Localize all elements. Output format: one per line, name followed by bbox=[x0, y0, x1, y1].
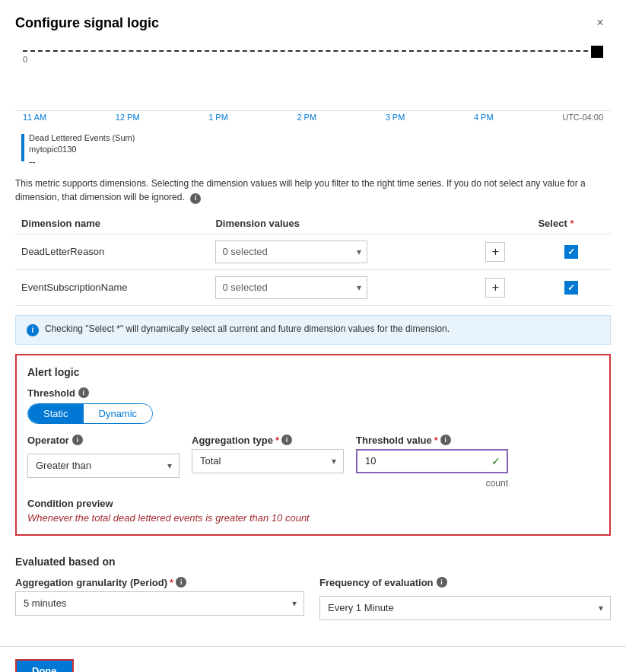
dialog-title: Configure signal logic bbox=[15, 15, 159, 31]
period-select-wrap: 5 minutes 1 minute 15 minutes 30 minutes… bbox=[15, 591, 304, 616]
frequency-field: Frequency of evaluation i Every 1 Minute… bbox=[319, 577, 611, 620]
period-field: Aggregation granularity (Period) * i 5 m… bbox=[15, 577, 304, 620]
toggle-dynamic[interactable]: Dynamic bbox=[84, 404, 153, 423]
frequency-select[interactable]: Every 1 Minute Every 5 Minutes Every 15 … bbox=[319, 596, 611, 620]
add-dim-value-eventsub[interactable]: + bbox=[485, 278, 505, 298]
operator-field: Operator i Greater than Less than Greate… bbox=[27, 435, 180, 478]
chart-area: 0 11 AM 12 PM 1 PM 2 PM 3 PM 4 PM UTC-04… bbox=[0, 43, 626, 122]
threshold-value-field: Threshold value * i ✓ count bbox=[356, 435, 508, 489]
dim-checkbox-deadletter[interactable] bbox=[564, 245, 578, 259]
dim-plus-deadletter: + bbox=[479, 234, 532, 269]
period-label: Aggregation granularity (Period) * i bbox=[15, 577, 304, 588]
operator-info-icon: i bbox=[72, 435, 83, 445]
info-icon-inline: i bbox=[190, 193, 201, 204]
configure-signal-logic-dialog: Configure signal logic × 0 11 AM 12 PM 1… bbox=[0, 0, 626, 672]
operator-select-wrap: Greater than Less than Greater than or e… bbox=[27, 454, 180, 478]
dashed-threshold-line bbox=[23, 50, 603, 52]
legend-entry: Dead Lettered Events (Sum) mytopic0130 -… bbox=[21, 132, 611, 167]
dim-name-eventsub: EventSubscriptionName bbox=[15, 269, 209, 305]
legend-value: -- bbox=[29, 156, 135, 167]
time-12pm: 12 PM bbox=[116, 113, 140, 122]
period-select[interactable]: 5 minutes 1 minute 15 minutes 30 minutes… bbox=[15, 591, 304, 616]
alert-logic-title: Alert logic bbox=[27, 366, 599, 378]
evaluated-section: Evaluated based on Aggregation granulari… bbox=[0, 545, 626, 631]
chart-zero-label: 0 bbox=[23, 55, 27, 64]
evaluated-form-row: Aggregation granularity (Period) * i 5 m… bbox=[15, 577, 611, 620]
chart-marker bbox=[591, 46, 603, 58]
dim-values-eventsub: 0 selected bbox=[209, 269, 479, 305]
operator-select[interactable]: Greater than Less than Greater than or e… bbox=[27, 454, 180, 478]
threshold-input-wrap: ✓ bbox=[356, 449, 508, 473]
threshold-toggle-group: Static Dynamic bbox=[27, 403, 153, 424]
condition-preview-text: Whenever the total dead lettered events … bbox=[27, 512, 599, 524]
alert-logic-section: Alert logic Threshold i Static Dynamic O… bbox=[15, 354, 611, 536]
legend-color-bar bbox=[21, 134, 24, 161]
threshold-value-info-icon: i bbox=[440, 435, 451, 445]
info-box-text: Checking "Select *" will dynamically sel… bbox=[45, 323, 450, 334]
dim-checkbox-eventsub[interactable] bbox=[564, 281, 578, 295]
legend-subtitle: mytopic0130 bbox=[29, 144, 135, 155]
threshold-info-icon: i bbox=[78, 387, 89, 398]
threshold-value-input[interactable] bbox=[356, 449, 508, 473]
close-button[interactable]: × bbox=[589, 12, 611, 33]
dynamic-select-info-box: i Checking "Select *" will dynamically s… bbox=[15, 315, 611, 345]
add-dim-value-deadletter[interactable]: + bbox=[485, 242, 505, 262]
dim-dropdown-wrap-eventsub: 0 selected bbox=[215, 276, 367, 299]
operator-label: Operator i bbox=[27, 435, 180, 446]
condition-preview: Condition preview Whenever the total dea… bbox=[27, 498, 599, 524]
dim-plus-eventsub: + bbox=[479, 269, 532, 305]
dim-dropdown-wrap-deadletter: 0 selected bbox=[215, 240, 367, 263]
threshold-valid-check-icon: ✓ bbox=[491, 455, 500, 467]
dimension-row-deadletter: DeadLetterReason 0 selected + bbox=[15, 234, 611, 269]
frequency-select-wrap: Every 1 Minute Every 5 Minutes Every 15 … bbox=[319, 596, 611, 620]
chart-legend: Dead Lettered Events (Sum) mytopic0130 -… bbox=[0, 128, 626, 170]
select-required-star: * bbox=[570, 218, 574, 229]
period-required-star: * bbox=[170, 577, 173, 588]
agg-type-required-star: * bbox=[275, 435, 279, 446]
time-11am: 11 AM bbox=[23, 113, 46, 122]
agg-type-select-wrap: Total Average Minimum Maximum Count ▾ bbox=[192, 449, 344, 473]
threshold-value-label: Threshold value * i bbox=[356, 435, 508, 446]
dim-col-values: Dimension values bbox=[209, 213, 479, 234]
alert-logic-form-row: Operator i Greater than Less than Greate… bbox=[27, 435, 599, 489]
dim-dropdown-deadletter[interactable]: 0 selected bbox=[215, 240, 367, 263]
info-box-icon: i bbox=[27, 324, 39, 336]
dim-dropdown-eventsub[interactable]: 0 selected bbox=[215, 276, 367, 299]
threshold-unit-label: count bbox=[356, 478, 508, 489]
agg-type-field: Aggregation type * i Total Average Minim… bbox=[192, 435, 344, 473]
frequency-info-icon: i bbox=[437, 577, 447, 588]
agg-type-info-icon: i bbox=[281, 435, 292, 445]
evaluated-title: Evaluated based on bbox=[15, 556, 611, 568]
dim-name-deadletter: DeadLetterReason bbox=[15, 234, 209, 269]
dialog-footer: Done bbox=[0, 646, 626, 672]
dim-col-select: Select * bbox=[532, 213, 611, 234]
legend-title: Dead Lettered Events (Sum) bbox=[29, 132, 135, 144]
dimensions-info-text: This metric supports dimensions. Selecti… bbox=[0, 170, 626, 213]
dim-values-deadletter: 0 selected bbox=[209, 234, 479, 269]
dimensions-table: Dimension name Dimension values Select *… bbox=[15, 213, 611, 306]
legend-info: Dead Lettered Events (Sum) mytopic0130 -… bbox=[29, 132, 135, 167]
period-info-icon: i bbox=[176, 577, 186, 588]
dim-checkbox-cell-deadletter bbox=[532, 234, 611, 269]
dim-checkbox-cell-eventsub bbox=[532, 269, 611, 305]
time-1pm: 1 PM bbox=[208, 113, 228, 122]
time-utc: UTC-04:00 bbox=[562, 113, 603, 122]
time-4pm: 4 PM bbox=[474, 113, 494, 122]
time-3pm: 3 PM bbox=[386, 113, 405, 122]
frequency-label: Frequency of evaluation i bbox=[319, 577, 611, 588]
agg-type-label: Aggregation type * i bbox=[192, 435, 344, 446]
time-2pm: 2 PM bbox=[297, 113, 316, 122]
condition-preview-title: Condition preview bbox=[27, 498, 599, 509]
toggle-static[interactable]: Static bbox=[28, 404, 84, 423]
time-axis: 11 AM 12 PM 1 PM 2 PM 3 PM 4 PM UTC-04:0… bbox=[15, 111, 611, 122]
dialog-header: Configure signal logic × bbox=[0, 0, 626, 43]
threshold-field-label: Threshold i bbox=[27, 387, 599, 399]
done-button[interactable]: Done bbox=[15, 659, 74, 672]
chart-container: 0 bbox=[15, 43, 611, 111]
agg-type-select[interactable]: Total Average Minimum Maximum Count bbox=[192, 449, 344, 473]
dimension-row-eventsub: EventSubscriptionName 0 selected + bbox=[15, 269, 611, 305]
dim-col-name: Dimension name bbox=[15, 213, 209, 234]
threshold-value-required-star: * bbox=[434, 435, 438, 446]
